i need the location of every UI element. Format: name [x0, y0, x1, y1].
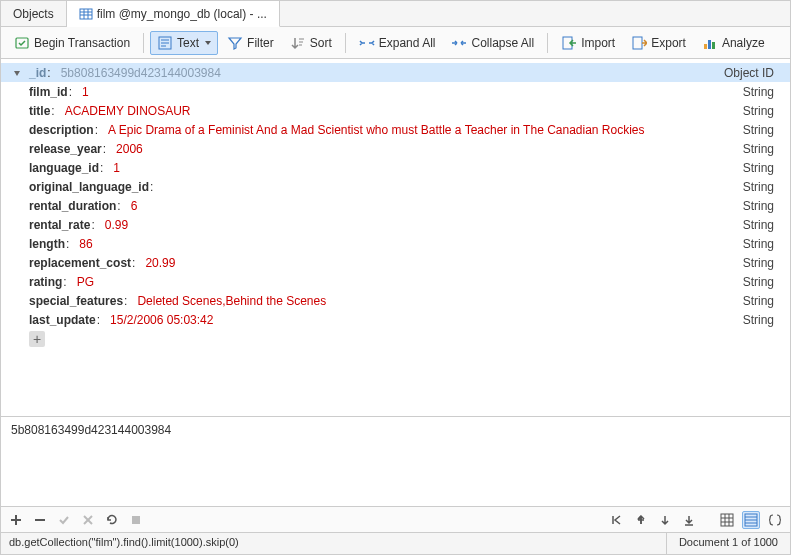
separator — [345, 33, 346, 53]
tree-view-button[interactable] — [742, 511, 760, 529]
tab-film[interactable]: film @my_mongo_db (local) - ... — [67, 1, 280, 27]
first-page-button[interactable] — [608, 511, 626, 529]
collapse-all-label: Collapse All — [471, 36, 534, 50]
field-value[interactable]: A Epic Drama of a Feminist And a Mad Sci… — [108, 123, 645, 137]
collection-icon — [79, 7, 93, 21]
svg-rect-21 — [712, 42, 715, 49]
collapse-all-button[interactable]: Collapse All — [444, 31, 541, 55]
add-field-button[interactable]: + — [29, 331, 45, 347]
field-value[interactable]: 0.99 — [105, 218, 128, 232]
field-type: String — [743, 85, 782, 99]
filter-button[interactable]: Filter — [220, 31, 281, 55]
field-key: _id — [29, 66, 46, 80]
field-value[interactable]: 6 — [131, 199, 138, 213]
main-area: _id :5b808163499d423144003984Object IDfi… — [1, 59, 790, 506]
text-icon — [157, 35, 173, 51]
field-value[interactable]: 1 — [113, 161, 120, 175]
field-row[interactable]: film_id :1String — [1, 82, 790, 101]
svg-rect-27 — [132, 516, 140, 524]
field-key: rental_rate — [29, 218, 90, 232]
separator — [143, 33, 144, 53]
last-page-button[interactable] — [680, 511, 698, 529]
analyze-icon — [702, 35, 718, 51]
field-value[interactable]: 15/2/2006 05:03:42 — [110, 313, 213, 327]
field-row[interactable]: special_features :Deleted Scenes,Behind … — [1, 291, 790, 310]
field-key: rental_duration — [29, 199, 116, 213]
field-value[interactable]: 2006 — [116, 142, 143, 156]
add-button[interactable] — [7, 511, 25, 529]
status-doc-count: Document 1 of 1000 — [667, 533, 790, 554]
dropdown-icon — [205, 41, 211, 45]
expand-all-button[interactable]: Expand All — [352, 31, 443, 55]
field-value[interactable]: PG — [77, 275, 94, 289]
field-row[interactable]: length :86String — [1, 234, 790, 253]
field-row[interactable]: replacement_cost :20.99String — [1, 253, 790, 272]
refresh-button[interactable] — [103, 511, 121, 529]
status-query: db.getCollection("film").find().limit(10… — [1, 533, 667, 554]
import-button[interactable]: Import — [554, 31, 622, 55]
next-page-button[interactable] — [656, 511, 674, 529]
remove-button[interactable] — [31, 511, 49, 529]
field-value[interactable]: Deleted Scenes,Behind the Scenes — [137, 294, 326, 308]
svg-rect-18 — [633, 37, 642, 49]
transaction-icon — [14, 35, 30, 51]
svg-rect-0 — [80, 9, 92, 19]
begin-transaction-label: Begin Transaction — [34, 36, 130, 50]
filter-icon — [227, 35, 243, 51]
sort-icon — [290, 35, 306, 51]
field-value[interactable]: 20.99 — [145, 256, 175, 270]
status-bar: db.getCollection("film").find().limit(10… — [1, 532, 790, 554]
field-value[interactable]: 1 — [82, 85, 89, 99]
grid-view-button[interactable] — [718, 511, 736, 529]
field-type: String — [743, 313, 782, 327]
field-row[interactable]: _id :5b808163499d423144003984Object ID — [1, 63, 790, 82]
import-label: Import — [581, 36, 615, 50]
analyze-label: Analyze — [722, 36, 765, 50]
field-row[interactable]: description :A Epic Drama of a Feminist … — [1, 120, 790, 139]
field-key: language_id — [29, 161, 99, 175]
apply-button[interactable] — [55, 511, 73, 529]
field-row[interactable]: last_update :15/2/2006 05:03:42String — [1, 310, 790, 329]
document-panel[interactable]: _id :5b808163499d423144003984Object IDfi… — [1, 59, 790, 416]
field-key: special_features — [29, 294, 123, 308]
svg-rect-30 — [721, 514, 733, 526]
field-row[interactable]: title :ACADEMY DINOSAURString — [1, 101, 790, 120]
export-icon — [631, 35, 647, 51]
field-value[interactable]: ACADEMY DINOSAUR — [65, 104, 191, 118]
prev-page-button[interactable] — [632, 511, 650, 529]
field-type: String — [743, 294, 782, 308]
svg-rect-19 — [704, 44, 707, 49]
field-row[interactable]: release_year :2006String — [1, 139, 790, 158]
field-row[interactable]: language_id :1String — [1, 158, 790, 177]
field-key: length — [29, 237, 65, 251]
field-row[interactable]: rental_rate :0.99String — [1, 215, 790, 234]
field-key: title — [29, 104, 50, 118]
field-value[interactable]: 5b808163499d423144003984 — [61, 66, 221, 80]
field-row[interactable]: rental_duration :6String — [1, 196, 790, 215]
field-row[interactable]: original_language_id :String — [1, 177, 790, 196]
text-view-button[interactable]: Text — [150, 31, 218, 55]
field-type: String — [743, 123, 782, 137]
json-view-button[interactable] — [766, 511, 784, 529]
field-type: String — [743, 237, 782, 251]
export-label: Export — [651, 36, 686, 50]
field-key: film_id — [29, 85, 68, 99]
field-key: replacement_cost — [29, 256, 131, 270]
field-type: String — [743, 161, 782, 175]
tab-objects[interactable]: Objects — [1, 1, 67, 26]
field-type: String — [743, 218, 782, 232]
expand-all-label: Expand All — [379, 36, 436, 50]
stop-button[interactable] — [127, 511, 145, 529]
analyze-button[interactable]: Analyze — [695, 31, 772, 55]
field-type: String — [743, 256, 782, 270]
separator — [547, 33, 548, 53]
field-key: original_language_id — [29, 180, 149, 194]
sort-button[interactable]: Sort — [283, 31, 339, 55]
field-row[interactable]: rating :PGString — [1, 272, 790, 291]
field-value[interactable]: 86 — [79, 237, 92, 251]
begin-transaction-button[interactable]: Begin Transaction — [7, 31, 137, 55]
export-button[interactable]: Export — [624, 31, 693, 55]
cancel-button[interactable] — [79, 511, 97, 529]
expander-icon[interactable] — [11, 67, 23, 79]
tab-objects-label: Objects — [13, 7, 54, 21]
